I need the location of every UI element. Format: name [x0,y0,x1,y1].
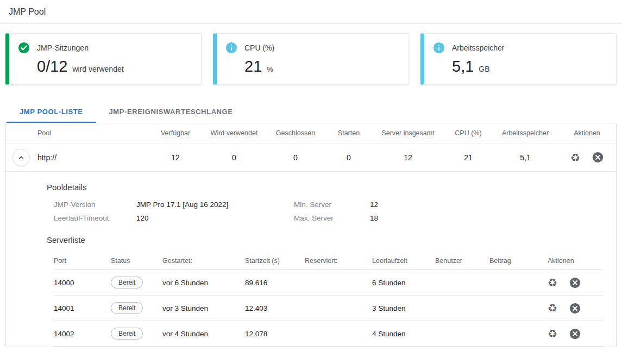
server-port: 14002 [54,330,111,338]
col-cpu: CPU (%) [444,129,493,137]
pool-detail-fields: JMP-Version JMP Pro 17.1 [Aug 16 2022] M… [54,200,603,222]
field-value: 18 [370,214,424,222]
stop-pool-icon[interactable] [592,152,604,163]
server-port: 14001 [54,304,111,312]
restart-pool-icon[interactable]: ♻ [570,152,580,163]
col-pool: Pool [33,129,148,137]
check-circle-icon [18,42,30,54]
field-label: Leerlauf-Timeout [54,214,136,222]
card-memory: Arbeitsspeicher 5,1 GB [420,33,617,85]
info-circle-icon [225,42,237,54]
card-suffix: GB [479,65,489,73]
collapse-row-button[interactable] [12,149,30,166]
col-starten: Starten [325,129,372,137]
card-label: CPU (%) [244,43,274,52]
pool-starten: 0 [325,153,372,162]
chevron-up-icon [17,154,25,161]
pool-detail-panel: Pooldetails JMP-Version JMP Pro 17.1 [Au… [6,172,616,347]
col-port: Port [54,257,111,265]
server-gestartet: vor 4 Stunden [162,330,245,338]
server-gestartet: vor 6 Stunden [162,279,245,287]
server-table-header: Port Status Gestartet: Startzeit (s) Res… [54,252,603,270]
field-label: Max. Server [294,214,370,222]
server-startzeit: 12.078 [245,330,305,338]
col-server-insgesamt: Server insgesamt [372,129,444,137]
col-reserviert: Reserviert: [305,257,372,265]
field-value: 120 [136,214,294,222]
pool-arbeitsspeicher: 5,1 [493,153,558,162]
restart-server-icon[interactable]: ♻ [548,277,557,288]
server-row: 14001 Bereit vor 3 Stunden 12.403 3 Stun… [54,296,603,321]
card-label: JMP-Sitzungen [37,43,89,52]
field-value: JMP Pro 17.1 [Aug 16 2022] [136,200,294,209]
card-label: Arbeitsspeicher [452,43,505,52]
stat-cards: JMP-Sitzungen 0/12 wird verwendet CPU (%… [5,33,617,85]
server-leerlaufzeit: 4 Stunden [372,330,435,338]
col-gestartet: Gestartet: [162,257,245,265]
pooldetails-title: Pooldetails [47,183,603,192]
stop-server-icon[interactable] [569,277,581,288]
tab-jmp-pool-liste[interactable]: JMP POOL-LISTE [7,99,96,123]
tab-bar: JMP POOL-LISTE JMP-EREIGNISWARTESCHLANGE [5,99,617,123]
pool-row: http:// 12 0 0 0 12 21 5,1 ♻ [6,143,616,172]
card-value: 21 [244,58,262,76]
restart-server-icon[interactable]: ♻ [548,303,557,313]
card-value: 0/12 [37,58,67,76]
col-beitrag: Beitrag [489,257,541,265]
pool-wird-verwendet: 0 [203,153,266,162]
info-circle-icon [433,42,445,54]
pool-geschlossen: 0 [266,153,325,162]
pool-url: http:// [33,153,148,162]
stop-server-icon[interactable] [569,303,581,314]
status-badge: Bereit [111,302,143,314]
card-suffix: wird verwendet [72,65,123,73]
col-startzeit: Startzeit (s) [245,257,305,265]
field-label: JMP-Version [54,200,136,209]
server-gestartet: vor 3 Stunden [162,304,245,312]
col-geschlossen: Geschlossen [266,129,325,137]
col-benutzer: Benutzer [435,257,489,265]
stop-server-icon[interactable] [569,328,581,340]
col-aktionen: Aktionen [541,257,603,265]
card-jmp-sessions: JMP-Sitzungen 0/12 wird verwendet [5,33,202,85]
server-startzeit: 89.616 [245,279,305,287]
pool-server-insgesamt: 12 [372,153,444,162]
server-row: 14000 Bereit vor 6 Stunden 89.616 6 Stun… [54,270,603,296]
pool-table: Pool Verfügbar Wird verwendet Geschlosse… [5,123,617,347]
col-status: Status [111,257,162,265]
col-wird-verwendet: Wird verwendet [203,129,266,137]
col-arbeitsspeicher: Arbeitsspeicher [493,129,558,137]
pool-cpu: 21 [444,153,493,162]
status-badge: Bereit [111,277,143,288]
card-value: 5,1 [452,58,474,76]
field-label: Min. Server [294,200,370,209]
server-table: Port Status Gestartet: Startzeit (s) Res… [54,252,603,347]
top-bar: JMP Pool [0,0,622,24]
field-value: 12 [370,200,424,209]
status-badge: Bereit [111,328,143,340]
card-suffix: % [267,65,273,73]
card-cpu: CPU (%) 21 % [213,33,409,85]
server-row: 14002 Bereit vor 4 Stunden 12.078 4 Stun… [54,321,603,347]
serverliste-title: Serverliste [47,235,603,244]
page-title: JMP Pool [9,7,613,17]
pool-verfuegbar: 12 [148,153,203,162]
col-verfuegbar: Verfügbar [148,129,203,137]
server-port: 14000 [54,279,111,287]
server-leerlaufzeit: 6 Stunden [372,279,435,287]
pool-table-header: Pool Verfügbar Wird verwendet Geschlosse… [6,123,616,143]
col-leerlaufzeit: Leerlaufzeit [372,257,435,265]
restart-server-icon[interactable]: ♻ [548,328,557,339]
col-aktionen: Aktionen [558,129,616,137]
server-startzeit: 12.403 [245,304,305,312]
tab-jmp-ereigniswarteschlange[interactable]: JMP-EREIGNISWARTESCHLANGE [96,99,246,123]
server-leerlaufzeit: 3 Stunden [372,304,435,312]
